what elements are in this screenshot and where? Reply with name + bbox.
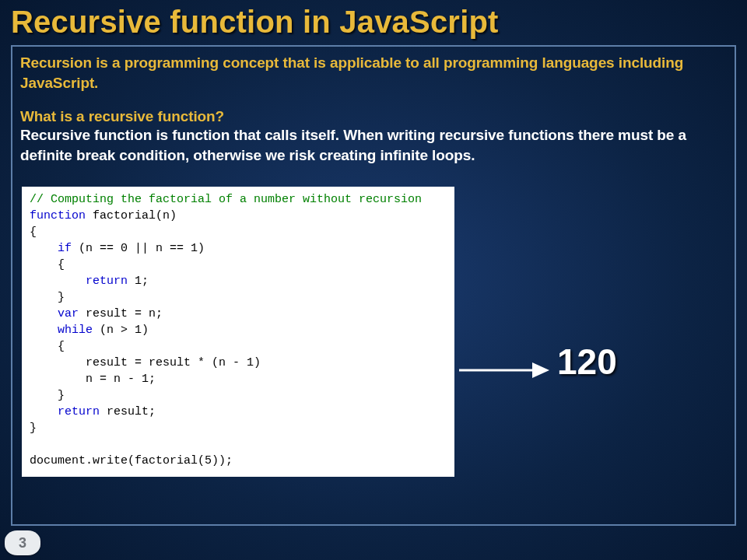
code-block: // Computing the factorial of a number w… [22, 187, 454, 477]
content-box: Recursion is a programming concept that … [11, 45, 736, 526]
body-text: Recursive function is function that call… [20, 125, 727, 165]
question-text: What is a recursive function? [20, 108, 727, 125]
svg-marker-1 [532, 362, 549, 378]
code-comment: // Computing the factorial of a number w… [30, 193, 422, 206]
slide-title: Recursive function in JavaScript [0, 0, 747, 46]
intro-text: Recursion is a programming concept that … [20, 53, 727, 93]
page-number-badge: 3 [5, 530, 40, 555]
arrow-right-icon [458, 356, 551, 384]
output-value: 120 [557, 341, 617, 383]
